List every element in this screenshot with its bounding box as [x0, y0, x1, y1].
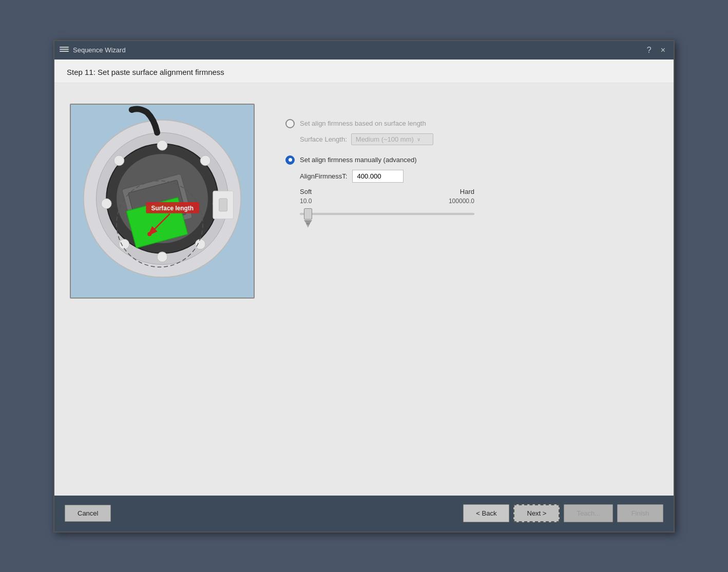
soft-label: Soft [300, 188, 312, 195]
footer-left: Cancel [65, 505, 111, 522]
surface-length-row: Surface Length: Medium (~100 mm) ∨ [300, 133, 658, 145]
option1-row: Set align firmness based on surface leng… [285, 119, 658, 128]
title-bar-left: Sequence Wizard [60, 46, 126, 54]
svg-point-18 [147, 232, 151, 236]
slider-labels-row: Soft Hard [300, 188, 474, 195]
window-title: Sequence Wizard [73, 46, 126, 54]
close-button[interactable]: × [658, 45, 668, 55]
svg-point-9 [157, 251, 167, 262]
surface-length-dropdown[interactable]: Medium (~100 mm) ∨ [351, 133, 433, 145]
main-window: Sequence Wizard ? × Step 11: Set paste s… [53, 40, 675, 532]
next-button[interactable]: Next > [513, 504, 560, 522]
content-area: Surface length Set align firmness based … [54, 83, 674, 496]
back-button[interactable]: < Back [463, 504, 509, 522]
diagram-panel: Surface length [70, 104, 255, 299]
svg-point-11 [101, 199, 111, 209]
footer-right: < Back Next > Teach... Finish [463, 504, 663, 522]
svg-point-12 [114, 155, 124, 166]
controls-panel: Set align firmness based on surface leng… [285, 104, 658, 221]
finish-button[interactable]: Finish [617, 504, 663, 522]
slider-values-row: 10.0 100000.0 [300, 198, 474, 205]
svg-text:Surface length: Surface length [151, 204, 194, 211]
surface-length-label: Surface Length: [300, 135, 347, 143]
step-label: Step 11: Set paste surface alignment fir… [67, 68, 224, 76]
help-button[interactable]: ? [644, 45, 655, 55]
slider-track [300, 213, 474, 215]
slider-thumb[interactable] [304, 208, 312, 220]
option2-label: Set align firmness manually (advanced) [300, 156, 417, 164]
title-bar-controls: ? × [644, 45, 668, 55]
firmness-label: AlignFirmnessT: [300, 172, 347, 180]
wizard-icon [60, 47, 69, 54]
svg-rect-20 [219, 199, 227, 211]
slider-container[interactable] [300, 207, 474, 221]
firmness-input[interactable] [352, 170, 404, 183]
slider-section: Soft Hard 10.0 100000.0 [300, 188, 658, 221]
option1-section: Set align firmness based on surface leng… [285, 119, 658, 145]
step-header: Step 11: Set paste surface alignment fir… [54, 60, 674, 83]
title-bar: Sequence Wizard ? × [54, 41, 674, 60]
option2-row: Set align firmness manually (advanced) [285, 155, 658, 165]
svg-point-10 [119, 239, 129, 249]
option1-radio[interactable] [285, 119, 295, 128]
hard-label: Hard [460, 188, 474, 195]
dropdown-arrow-icon: ∨ [417, 136, 420, 142]
firmness-row: AlignFirmnessT: [300, 170, 658, 183]
svg-point-6 [200, 155, 210, 166]
min-value: 10.0 [300, 198, 312, 205]
svg-point-8 [195, 239, 205, 249]
cancel-button[interactable]: Cancel [65, 505, 111, 522]
option2-radio[interactable] [285, 155, 295, 165]
teach-button[interactable]: Teach... [564, 504, 613, 522]
footer-bar: Cancel < Back Next > Teach... Finish [54, 496, 674, 531]
slider-thumb-triangle [304, 220, 312, 226]
surface-length-value: Medium (~100 mm) [356, 135, 414, 143]
svg-point-5 [157, 140, 167, 150]
option1-label: Set align firmness based on surface leng… [300, 120, 426, 127]
option2-section: Set align firmness manually (advanced) A… [285, 155, 658, 221]
max-value: 100000.0 [449, 198, 474, 205]
